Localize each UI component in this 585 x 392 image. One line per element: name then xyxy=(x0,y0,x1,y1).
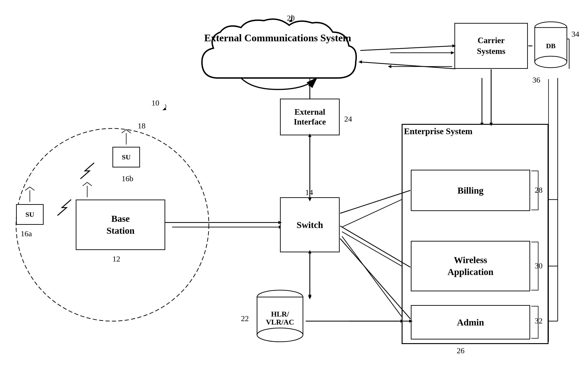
enterprise-system-label: Enterprise System xyxy=(404,126,472,136)
svg-marker-18 xyxy=(388,65,391,68)
external-interface-box: ExternalInterface xyxy=(280,99,340,135)
db-box: DB xyxy=(532,21,569,72)
label-18: 18 xyxy=(138,122,146,130)
su-right-box: SU xyxy=(113,147,140,168)
label-24: 24 xyxy=(344,115,352,124)
switch-box: Switch xyxy=(280,197,340,252)
label-26: 26 xyxy=(457,346,464,355)
label-16b: 16b xyxy=(122,174,133,183)
label-22: 22 xyxy=(241,314,249,323)
svg-line-63 xyxy=(360,62,455,69)
svg-marker-9 xyxy=(308,295,311,298)
svg-line-61 xyxy=(360,46,454,50)
svg-point-45 xyxy=(535,56,567,68)
base-station-box: BaseStation xyxy=(76,200,165,250)
label-16a: 16a xyxy=(21,229,32,238)
label-12: 12 xyxy=(113,254,120,263)
wireless-application-box: WirelessApplication xyxy=(411,241,530,291)
su-left-box: SU xyxy=(16,204,44,225)
carrier-systems-box: CarrierSystems xyxy=(454,23,528,69)
svg-line-12 xyxy=(342,236,402,316)
external-comms-cloud: External Communications System xyxy=(195,14,360,94)
label-36: 36 xyxy=(532,76,540,84)
svg-line-11 xyxy=(342,232,402,266)
hlr-box: HLR/ VLR/AC xyxy=(255,289,305,345)
billing-box: Billing xyxy=(411,170,530,211)
svg-line-73 xyxy=(340,226,410,267)
svg-text:HLR/: HLR/ xyxy=(271,310,289,318)
label-14: 14 xyxy=(305,188,313,197)
external-comms-label: External Communications System xyxy=(195,32,360,44)
svg-marker-68 xyxy=(308,296,311,299)
svg-text:DB: DB xyxy=(546,42,556,50)
label-34: 34 xyxy=(571,30,579,38)
admin-box: Admin xyxy=(411,305,530,340)
svg-point-49 xyxy=(257,328,303,342)
svg-line-74 xyxy=(340,238,410,319)
svg-line-10 xyxy=(342,200,402,227)
svg-marker-16 xyxy=(451,51,454,54)
svg-line-72 xyxy=(340,190,410,213)
svg-text:VLR/AC: VLR/AC xyxy=(266,318,294,326)
